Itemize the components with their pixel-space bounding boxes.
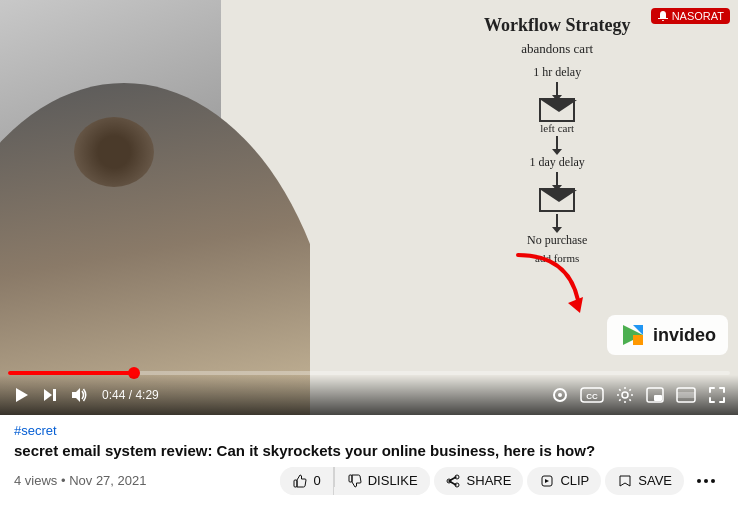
- svg-text:CC: CC: [586, 392, 598, 401]
- like-dislike-group: 0 DISLIKE: [280, 467, 429, 495]
- whiteboard-content: Workflow Strategy abandons cart 1 hr del…: [402, 15, 712, 264]
- action-buttons: 0 DISLIKE SHAR: [280, 467, 724, 495]
- svg-marker-3: [633, 335, 643, 345]
- video-meta-row: 4 views • Nov 27, 2021 0: [14, 467, 724, 495]
- svg-rect-16: [677, 392, 695, 398]
- mute-button[interactable]: [68, 384, 90, 406]
- play-button[interactable]: [10, 384, 32, 406]
- svg-point-24: [711, 479, 715, 483]
- svg-rect-6: [53, 389, 56, 401]
- whiteboard-subtitle: abandons cart: [402, 41, 712, 57]
- clip-icon: [539, 473, 555, 489]
- person-head: [74, 117, 154, 187]
- share-label: SHARE: [467, 473, 512, 488]
- miniplayer-icon: [646, 387, 664, 403]
- clip-label: CLIP: [560, 473, 589, 488]
- save-icon: [617, 473, 633, 489]
- svg-point-12: [622, 392, 628, 398]
- video-stats: 4 views • Nov 27, 2021: [14, 473, 147, 488]
- clip-button[interactable]: CLIP: [527, 467, 601, 495]
- channel-tag[interactable]: #secret: [14, 423, 724, 438]
- video-info: #secret secret email system review: Can …: [0, 415, 738, 499]
- share-button[interactable]: SHARE: [434, 467, 524, 495]
- invideo-label: invideo: [653, 325, 716, 346]
- svg-rect-14: [654, 395, 662, 401]
- video-title: secret email system review: Can it skyro…: [14, 441, 724, 461]
- thumbs-down-icon: [347, 473, 363, 489]
- settings-icon: [616, 386, 634, 404]
- arrow-icon-2: [556, 136, 558, 150]
- svg-point-23: [704, 479, 708, 483]
- arrow-icon: [556, 82, 558, 96]
- miniplayer-button[interactable]: [644, 385, 666, 405]
- like-button[interactable]: 0: [280, 467, 333, 495]
- svg-rect-18: [349, 475, 352, 482]
- cc-icon: CC: [580, 387, 604, 403]
- fullscreen-icon: [708, 386, 726, 404]
- settings-button[interactable]: [614, 384, 636, 406]
- save-label: SAVE: [638, 473, 672, 488]
- skip-button[interactable]: [40, 385, 60, 405]
- cc-button[interactable]: CC: [578, 385, 606, 405]
- flow-step-2: 1 day delay: [402, 155, 712, 230]
- theater-button[interactable]: [674, 385, 698, 405]
- svg-point-9: [558, 393, 562, 397]
- flow-step-1: 1 hr delay left cart: [402, 65, 712, 152]
- play-icon: [12, 386, 30, 404]
- dislike-button[interactable]: DISLIKE: [335, 467, 430, 495]
- more-icon: [696, 473, 716, 489]
- svg-marker-7: [72, 388, 80, 402]
- controls-bar: 0:44 / 4:29 CC: [0, 375, 738, 415]
- invideo-badge[interactable]: invideo: [607, 315, 728, 355]
- publish-date: Nov 27, 2021: [69, 473, 146, 488]
- svg-point-22: [697, 479, 701, 483]
- video-player: Workflow Strategy abandons cart 1 hr del…: [0, 0, 738, 415]
- share-icon: [446, 473, 462, 489]
- time-display: 0:44 / 4:29: [102, 388, 159, 402]
- volume-icon: [70, 386, 88, 404]
- svg-marker-5: [44, 389, 52, 401]
- notif-label: NASORAT: [672, 10, 724, 22]
- chapters-icon: [552, 387, 568, 403]
- arrow-icon-4: [556, 214, 558, 228]
- theater-icon: [676, 387, 696, 403]
- arrow-icon-3: [556, 172, 558, 186]
- like-count: 0: [313, 473, 320, 488]
- dislike-label: DISLIKE: [368, 473, 418, 488]
- envelope-icon-1: [539, 98, 575, 122]
- more-button[interactable]: [688, 469, 724, 493]
- flow-step-3b: add forms: [402, 252, 712, 264]
- svg-marker-4: [16, 388, 28, 402]
- invideo-logo-icon: [619, 321, 647, 349]
- thumbs-up-icon: [292, 473, 308, 489]
- bell-icon: [657, 10, 669, 22]
- chapters-button[interactable]: [550, 385, 570, 405]
- save-button[interactable]: SAVE: [605, 467, 684, 495]
- skip-icon: [42, 387, 58, 403]
- fullscreen-button[interactable]: [706, 384, 728, 406]
- flow-step-3: No purchase: [402, 233, 712, 248]
- svg-rect-17: [294, 480, 297, 487]
- right-controls: CC: [550, 384, 728, 406]
- notification-badge[interactable]: NASORAT: [651, 8, 730, 24]
- envelope-icon-2: [539, 188, 575, 212]
- view-count: 4 views: [14, 473, 57, 488]
